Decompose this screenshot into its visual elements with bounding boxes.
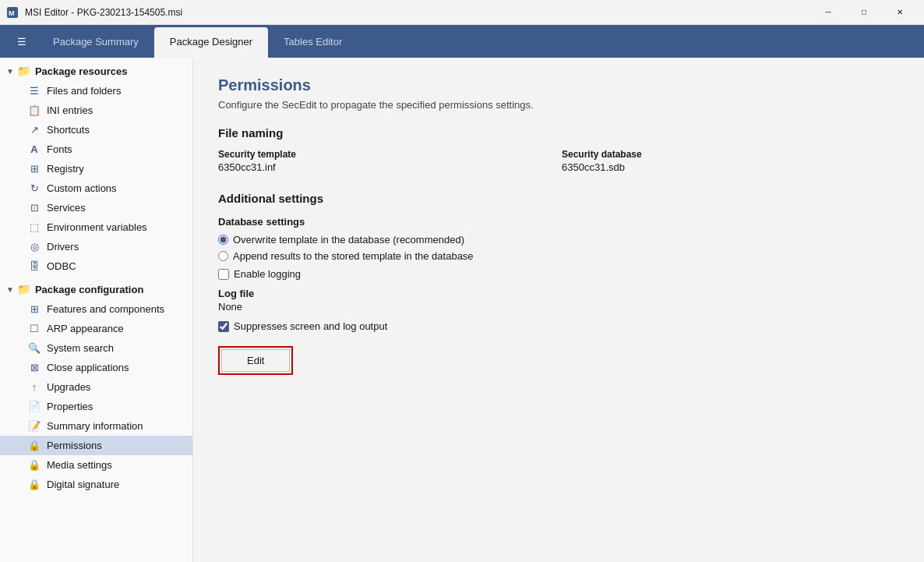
window-controls: ─ □ ✕ [810,0,918,25]
log-file-section: Log file None [218,288,899,313]
tab-tables-editor[interactable]: Tables Editor [268,27,358,58]
edit-button[interactable]: Edit [221,349,290,372]
radio-overwrite-input[interactable] [218,235,228,245]
odbc-icon: 🗄 [28,260,41,272]
sidebar-item-ini-entries[interactable]: 📋 INI entries [0,101,192,120]
font-icon: A [28,143,41,155]
tab-package-designer[interactable]: Package Designer [154,27,268,58]
file-icon: ☰ [28,85,41,97]
suppress-checkbox[interactable] [218,321,229,332]
app-icon: M [6,6,19,19]
permissions-icon: 🔒 [28,440,41,451]
radio-group-db: Overwrite template in the database (reco… [218,234,899,262]
media-settings-icon: 🔒 [28,459,41,471]
sidebar-item-digital-signature[interactable]: 🔒 Digital signature [0,475,192,494]
page-subtitle: Configure the SecEdit to propagate the s… [218,99,899,111]
sidebar-item-environment-variables[interactable]: ⬚ Environment variables [0,217,192,237]
drivers-icon: ◎ [28,241,41,253]
sidebar-item-odbc[interactable]: 🗄 ODBC [0,256,192,276]
sidebar-item-media-settings[interactable]: 🔒 Media settings [0,455,192,475]
log-file-value: None [218,301,242,313]
chevron-down-icon-2: ▼ [6,285,14,294]
radio-append[interactable]: Append results to the stored template in… [218,250,899,262]
db-settings-label: Database settings [218,216,899,228]
maximize-button[interactable]: □ [846,0,882,25]
main-layout: ▼ 📁 Package resources ☰ Files and folder… [0,58,924,562]
services-icon: ⊡ [28,202,41,214]
sidebar-item-shortcuts[interactable]: ↗ Shortcuts [0,120,192,140]
tab-package-summary[interactable]: Package Summary [37,27,154,58]
radio-append-label: Append results to the stored template in… [233,250,474,262]
sidebar-item-registry[interactable]: ⊞ Registry [0,159,192,178]
suppress-item[interactable]: Suppresses screen and log output [218,320,899,332]
log-file-label: Log file [218,288,899,299]
edit-button-wrapper: Edit [218,346,293,375]
digital-signature-icon: 🔒 [28,479,41,490]
security-template-item: Security template 6350cc31.inf [218,149,555,173]
content-area: Permissions Configure the SecEdit to pro… [193,58,924,562]
summary-icon: 📝 [28,420,41,432]
sidebar-item-fonts[interactable]: A Fonts [0,140,192,159]
arp-icon: ☐ [28,323,41,334]
security-database-label: Security database [562,149,899,160]
sidebar-item-permissions[interactable]: 🔒 Permissions [0,436,192,455]
close-button[interactable]: ✕ [882,0,918,25]
sidebar-item-files-and-folders[interactable]: ☰ Files and folders [0,81,192,101]
custom-actions-icon: ↻ [28,182,41,194]
env-icon: ⬚ [28,221,41,233]
sidebar-section-package-resources[interactable]: ▼ 📁 Package resources [0,61,192,81]
security-database-value: 6350cc31.sdb [562,161,625,173]
sidebar-item-close-applications[interactable]: ⊠ Close applications [0,358,192,377]
file-naming-grid: Security template 6350cc31.inf Security … [218,149,899,173]
sidebar-item-custom-actions[interactable]: ↻ Custom actions [0,178,192,198]
registry-icon: ⊞ [28,163,41,175]
sidebar: ▼ 📁 Package resources ☰ Files and folder… [0,58,193,562]
security-template-label: Security template [218,149,555,160]
sidebar-item-drivers[interactable]: ◎ Drivers [0,237,192,256]
nav-bar: ☰ Package Summary Package Designer Table… [0,25,924,58]
svg-text:M: M [9,9,15,17]
minimize-button[interactable]: ─ [810,0,846,25]
sidebar-section-package-configuration[interactable]: ▼ 📁 Package configuration [0,279,192,299]
folder-icon: 📁 [17,65,30,77]
sidebar-item-arp-appearance[interactable]: ☐ ARP appearance [0,319,192,338]
properties-icon: 📄 [28,401,41,412]
file-naming-title: File naming [218,126,899,140]
upgrades-icon: ↑ [28,381,41,393]
radio-overwrite-label: Overwrite template in the database (reco… [233,234,464,246]
security-template-value: 6350cc31.inf [218,161,276,173]
shortcut-icon: ↗ [28,124,41,136]
additional-settings-title: Additional settings [218,192,899,205]
features-icon: ⊞ [28,303,41,315]
sidebar-item-upgrades[interactable]: ↑ Upgrades [0,377,192,397]
close-app-icon: ⊠ [28,362,41,373]
sidebar-item-summary-information[interactable]: 📝 Summary information [0,416,192,436]
ini-icon: 📋 [28,104,41,116]
sidebar-item-services[interactable]: ⊡ Services [0,198,192,217]
radio-overwrite[interactable]: Overwrite template in the database (reco… [218,234,899,246]
suppress-label: Suppresses screen and log output [234,320,387,332]
title-bar: M MSI Editor - PKG-230213-154505.msi ─ □… [0,0,924,25]
sidebar-item-features-and-components[interactable]: ⊞ Features and components [0,299,192,319]
hamburger-menu[interactable]: ☰ [6,25,37,58]
enable-logging-checkbox[interactable] [218,269,229,280]
sidebar-item-system-search[interactable]: 🔍 System search [0,338,192,358]
enable-logging-label: Enable logging [234,268,301,280]
window-title: MSI Editor - PKG-230213-154505.msi [25,7,810,18]
config-folder-icon: 📁 [17,283,30,295]
enable-logging-item[interactable]: Enable logging [218,268,899,280]
radio-append-input[interactable] [218,251,228,261]
search-icon: 🔍 [28,342,41,354]
security-database-item: Security database 6350cc31.sdb [562,149,899,173]
sidebar-item-properties[interactable]: 📄 Properties [0,397,192,416]
chevron-down-icon: ▼ [6,67,14,76]
page-title: Permissions [218,76,899,94]
